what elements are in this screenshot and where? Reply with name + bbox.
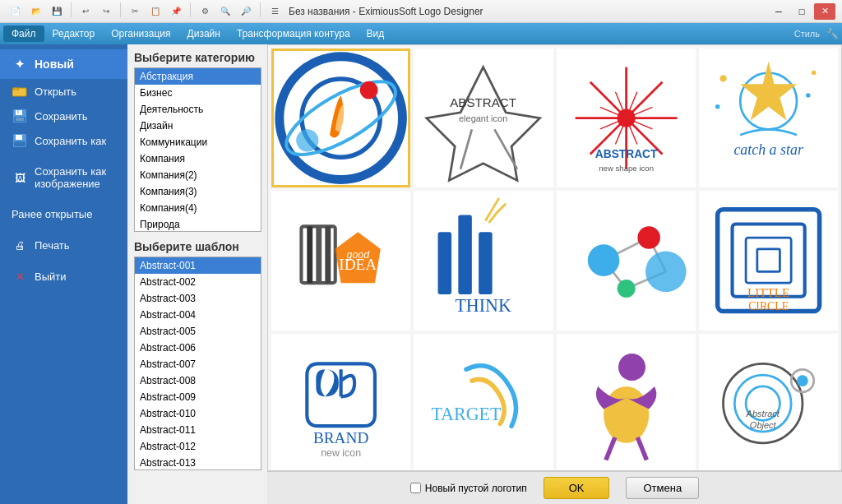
logo-cell-molecule[interactable]	[557, 191, 696, 330]
category-item[interactable]: Компания(3)	[135, 183, 261, 200]
svg-line-75	[637, 437, 646, 460]
menu-view[interactable]: Вид	[359, 25, 393, 42]
svg-text:elegant icon: elegant icon	[459, 113, 507, 123]
open-icon	[12, 85, 28, 98]
left-panel: Выберите категорию АбстракцияБизнесДеяте…	[127, 44, 267, 504]
tb-settings[interactable]: ⚙	[196, 2, 214, 21]
svg-rect-46	[307, 227, 312, 284]
saveas-icon	[12, 134, 28, 147]
svg-point-12	[360, 81, 378, 99]
template-item[interactable]: Abstract-011	[135, 422, 261, 438]
logo-cell-target[interactable]: TARGET	[414, 334, 553, 472]
tb-redo[interactable]: ↪	[97, 2, 115, 21]
category-item[interactable]: Бизнес	[135, 85, 261, 101]
template-item[interactable]: Abstract-008	[135, 372, 261, 389]
tb-sep3	[190, 2, 191, 17]
menu-file[interactable]: Файл	[3, 25, 44, 42]
menu-editor[interactable]: Редактор	[44, 25, 104, 42]
template-item[interactable]: Abstract-006	[135, 340, 261, 356]
sidebar-item-print[interactable]: 🖨 Печать	[0, 233, 127, 257]
tb-paste[interactable]: 📌	[167, 2, 185, 21]
category-list[interactable]: АбстракцияБизнесДеятельностьДизайнКоммун…	[134, 67, 261, 232]
template-item[interactable]: Abstract-007	[135, 356, 261, 372]
category-item[interactable]: Компания(2)	[135, 167, 261, 183]
template-list[interactable]: Abstract-001Abstract-002Abstract-003Abst…	[134, 257, 261, 470]
template-item[interactable]: Abstract-013	[135, 455, 261, 470]
tb-zoom-in[interactable]: 🔍	[216, 2, 234, 21]
sidebar-item-recent[interactable]: Ранее открытые	[0, 202, 127, 226]
menu-design[interactable]: Дизайн	[179, 25, 229, 42]
logo-grid-container[interactable]: ABSTRACT elegant icon ABSTRACT new shape…	[267, 44, 842, 471]
svg-rect-51	[438, 232, 452, 294]
sidebar-divider4	[0, 257, 127, 264]
template-item[interactable]: Abstract-010	[135, 405, 261, 422]
sidebar-item-new[interactable]: ✦ Новый	[0, 49, 127, 79]
logo-cell-abstract-elegant[interactable]: ABSTRACT elegant icon	[414, 49, 553, 187]
category-item[interactable]: Компания(4)	[135, 200, 261, 216]
template-item[interactable]: Abstract-002	[135, 274, 261, 290]
category-item[interactable]: Деятельность	[135, 101, 261, 118]
tb-sep2	[120, 2, 121, 17]
new-empty-logo-checkbox[interactable]: Новый пустой логотип	[410, 483, 527, 494]
category-item[interactable]: Коммуникации	[135, 134, 261, 150]
logo-cell-catch-star[interactable]: catch a star	[699, 49, 838, 187]
template-item[interactable]: Abstract-001	[135, 257, 261, 274]
menu-org[interactable]: Организация	[103, 25, 178, 42]
logo-cell-orbit-logo[interactable]	[271, 49, 410, 187]
main-container: ✦ Новый Открыть Сохранить Сохранить как …	[0, 44, 842, 504]
tb-cut[interactable]: ✂	[126, 2, 144, 21]
svg-text:new icon: new icon	[321, 447, 361, 459]
template-item[interactable]: Abstract-005	[135, 323, 261, 340]
svg-rect-52	[459, 215, 473, 294]
logo-cell-good-idea[interactable]: good IDEA	[271, 191, 410, 330]
tb-align[interactable]: ☰	[266, 2, 284, 21]
svg-text:catch a star: catch a star	[733, 141, 804, 158]
category-item[interactable]: Абстракция	[135, 68, 261, 85]
sidebar-item-saveas[interactable]: Сохранить как	[0, 128, 127, 153]
minimize-button[interactable]: ─	[768, 3, 789, 20]
logo-cell-abstract-new-shape[interactable]: ABSTRACT new shape icon	[557, 49, 696, 187]
logo-cell-little-circle[interactable]: LITTLE CIRCLE	[699, 191, 838, 330]
tb-undo[interactable]: ↩	[76, 2, 95, 21]
tb-copy[interactable]: 📋	[146, 2, 164, 21]
category-item[interactable]: Природа	[135, 216, 261, 232]
maximize-button[interactable]: □	[791, 3, 812, 20]
svg-point-62	[617, 280, 635, 298]
tb-new[interactable]: 📄	[7, 2, 25, 21]
tb-save[interactable]: 💾	[48, 2, 66, 21]
sidebar-item-saveimg[interactable]: 🖼 Сохранить как изображение	[0, 160, 127, 196]
svg-text:BRAND: BRAND	[313, 428, 369, 446]
new-icon: ✦	[12, 58, 28, 71]
sidebar: ✦ Новый Открыть Сохранить Сохранить как …	[0, 44, 127, 504]
svg-line-74	[605, 437, 614, 460]
ok-button[interactable]: OK	[544, 477, 610, 499]
template-item[interactable]: Abstract-009	[135, 389, 261, 405]
svg-point-73	[604, 386, 649, 442]
sidebar-divider3	[0, 226, 127, 233]
cancel-button[interactable]: Отмена	[626, 477, 699, 499]
category-item[interactable]: Дизайн	[135, 118, 261, 134]
svg-text:IDEA: IDEA	[339, 256, 377, 273]
tb-open[interactable]: 📂	[27, 2, 45, 21]
tb-sep4	[260, 2, 261, 17]
template-item[interactable]: Abstract-012	[135, 438, 261, 455]
template-item[interactable]: Abstract-003	[135, 290, 261, 307]
menu-right: Стиль 🔧	[794, 28, 839, 39]
sidebar-item-exit[interactable]: ✕ Выйти	[0, 264, 127, 289]
svg-rect-5	[16, 118, 24, 121]
menu-transform[interactable]: Трансформация контура	[229, 25, 359, 42]
sidebar-item-save[interactable]: Сохранить	[0, 104, 127, 128]
title-bar-left: 📄 📂 💾 ↩ ↪ ✂ 📋 📌 ⚙ 🔍 🔎 ☰ Без названия - E…	[7, 2, 483, 21]
template-item[interactable]: Abstract-004	[135, 307, 261, 323]
logo-cell-abstract-object[interactable]: Abstract Object	[699, 334, 838, 472]
close-button[interactable]: ✕	[814, 3, 835, 20]
sidebar-divider2	[0, 196, 127, 202]
tb-zoom-out[interactable]: 🔎	[237, 2, 255, 21]
logo-cell-human-figure[interactable]	[557, 334, 696, 472]
category-item[interactable]: Компания	[135, 150, 261, 167]
svg-text:THINK: THINK	[456, 295, 512, 316]
new-empty-checkbox-input[interactable]	[410, 483, 421, 493]
sidebar-item-open[interactable]: Открыть	[0, 79, 127, 104]
logo-cell-think[interactable]: THINK	[414, 191, 553, 330]
logo-cell-brand-new[interactable]: BRAND new icon	[271, 334, 410, 472]
